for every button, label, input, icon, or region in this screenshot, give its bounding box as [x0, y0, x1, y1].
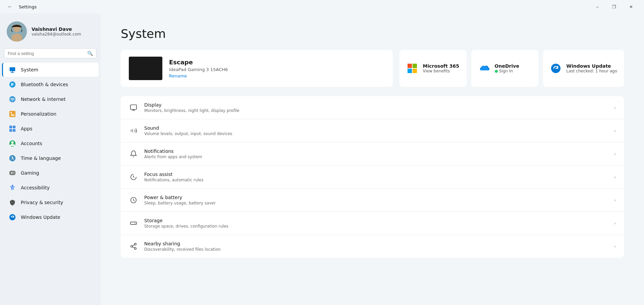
nav-item-apps[interactable]: Apps — [2, 122, 99, 136]
focus-assist-chevron: › — [614, 174, 616, 180]
accessibility-icon — [9, 184, 16, 191]
nav-item-accounts[interactable]: Accounts — [2, 136, 99, 150]
system-icon — [9, 66, 16, 73]
svg-point-29 — [135, 243, 137, 245]
svg-point-6 — [12, 100, 13, 101]
content-area: System Escape IdeaPad Gaming 3 15ACH6 Re… — [101, 13, 644, 305]
nav-item-windows-update[interactable]: Windows Update — [2, 210, 99, 224]
nearby-sharing-chevron: › — [614, 244, 616, 249]
windows-update-info: Windows Update Last checked: 1 hour ago — [567, 63, 617, 73]
svg-point-28 — [135, 223, 136, 224]
titlebar: ← Settings – ❐ ✕ — [0, 0, 644, 13]
onedrive-name: OneDrive — [495, 63, 519, 69]
nav-item-bluetooth[interactable]: Bluetooth & devices — [2, 77, 99, 92]
windows-update-nav-icon — [9, 213, 16, 221]
microsoft365-info: Microsoft 365 View benefits — [423, 63, 459, 73]
nav-label-accessibility: Accessibility — [21, 185, 50, 190]
svg-point-21 — [12, 185, 13, 186]
windows-update-card[interactable]: Windows Update Last checked: 1 hour ago — [543, 50, 624, 87]
power-battery-icon — [129, 195, 138, 205]
notifications-item[interactable]: Notifications Alerts from apps and syste… — [121, 142, 624, 166]
info-cards: Escape IdeaPad Gaming 3 15ACH6 Rename Mi… — [121, 50, 624, 87]
microsoft365-icon — [406, 62, 418, 74]
user-profile: Vaishnavi Dave vaisha284@outlook.com — [0, 17, 101, 48]
display-sub: Monitors, brightness, night light, displ… — [144, 108, 608, 113]
user-name: Vaishnavi Dave — [32, 26, 81, 32]
onedrive-card[interactable]: OneDrive ●Sign In — [471, 50, 538, 87]
search-input[interactable] — [8, 51, 85, 56]
power-battery-text: Power & battery Sleep, battery usage, ba… — [144, 195, 608, 205]
svg-rect-10 — [13, 126, 15, 128]
svg-point-31 — [135, 248, 137, 250]
user-email: vaisha284@outlook.com — [32, 32, 81, 37]
nav-item-gaming[interactable]: Gaming — [2, 166, 99, 180]
sound-title: Sound — [144, 125, 608, 131]
svg-point-30 — [131, 245, 133, 247]
user-info: Vaishnavi Dave vaisha284@outlook.com — [32, 26, 81, 37]
storage-item[interactable]: Storage Storage space, drives, configura… — [121, 212, 624, 235]
nav-label-system: System — [21, 67, 38, 72]
notifications-chevron: › — [614, 151, 616, 157]
network-icon — [9, 96, 16, 103]
device-card: Escape IdeaPad Gaming 3 15ACH6 Rename — [121, 50, 393, 87]
nav-item-accessibility[interactable]: Accessibility — [2, 181, 99, 195]
display-chevron: › — [614, 105, 616, 110]
close-button[interactable]: ✕ — [623, 1, 639, 12]
nav-label-apps: Apps — [21, 126, 33, 131]
focus-assist-text: Focus assist Notifications, automatic ru… — [144, 172, 608, 182]
device-thumbnail — [129, 57, 162, 80]
windows-update-sub: Last checked: 1 hour ago — [567, 69, 617, 73]
privacy-icon — [9, 199, 16, 206]
microsoft365-card[interactable]: Microsoft 365 View benefits — [399, 50, 467, 87]
settings-list: Display Monitors, brightness, night ligh… — [121, 96, 624, 258]
display-item[interactable]: Display Monitors, brightness, night ligh… — [121, 96, 624, 119]
personalization-icon — [9, 110, 16, 118]
nav-item-system[interactable]: System — [2, 63, 99, 77]
sound-icon — [129, 126, 138, 135]
notifications-icon — [129, 149, 138, 159]
nav-item-time[interactable]: Time & language — [2, 151, 99, 165]
focus-assist-item[interactable]: Focus assist Notifications, automatic ru… — [121, 166, 624, 189]
nearby-sharing-item[interactable]: Nearby sharing Discoverability, received… — [121, 235, 624, 258]
onedrive-info: OneDrive ●Sign In — [495, 63, 519, 73]
storage-text: Storage Storage space, drives, configura… — [144, 218, 608, 229]
sidebar: Vaishnavi Dave vaisha284@outlook.com 🔍 S… — [0, 13, 101, 305]
svg-rect-27 — [130, 222, 137, 224]
nav-item-privacy[interactable]: Privacy & security — [2, 195, 99, 209]
gaming-icon — [9, 169, 16, 177]
search-box[interactable]: 🔍 — [4, 48, 97, 58]
power-battery-chevron: › — [614, 197, 616, 203]
power-battery-item[interactable]: Power & battery Sleep, battery usage, ba… — [121, 189, 624, 212]
restore-button[interactable]: ❐ — [606, 1, 622, 12]
svg-point-4 — [9, 81, 15, 87]
focus-assist-sub: Notifications, automatic rules — [144, 178, 608, 182]
sound-text: Sound Volume levels, output, input, soun… — [144, 125, 608, 136]
nearby-sharing-sub: Discoverability, received files location — [144, 247, 608, 252]
notifications-title: Notifications — [144, 148, 608, 154]
minimize-button[interactable]: – — [590, 1, 605, 12]
accounts-icon — [9, 140, 16, 147]
storage-title: Storage — [144, 218, 608, 223]
time-icon — [9, 155, 16, 162]
sound-item[interactable]: Sound Volume levels, output, input, soun… — [121, 119, 624, 142]
storage-sub: Storage space, drives, configuration rul… — [144, 224, 608, 229]
microsoft365-name: Microsoft 365 — [423, 63, 459, 69]
titlebar-controls: – ❐ ✕ — [590, 1, 639, 12]
back-button[interactable]: ← — [5, 2, 15, 11]
page-title: System — [121, 27, 624, 41]
focus-assist-icon — [129, 172, 138, 182]
device-model: IdeaPad Gaming 3 15ACH6 — [169, 67, 228, 72]
svg-point-17 — [12, 158, 13, 159]
svg-point-8 — [10, 112, 12, 114]
sound-chevron: › — [614, 128, 616, 133]
svg-marker-25 — [130, 129, 133, 133]
device-info: Escape IdeaPad Gaming 3 15ACH6 Rename — [169, 59, 228, 78]
power-battery-title: Power & battery — [144, 195, 608, 200]
nav-label-accounts: Accounts — [21, 141, 42, 146]
nav-item-network[interactable]: Network & internet — [2, 92, 99, 106]
nav-item-personalization[interactable]: Personalization — [2, 107, 99, 121]
nearby-sharing-text: Nearby sharing Discoverability, received… — [144, 241, 608, 252]
avatar — [7, 21, 27, 42]
nav-label-personalization: Personalization — [21, 111, 56, 117]
rename-button[interactable]: Rename — [169, 73, 228, 78]
